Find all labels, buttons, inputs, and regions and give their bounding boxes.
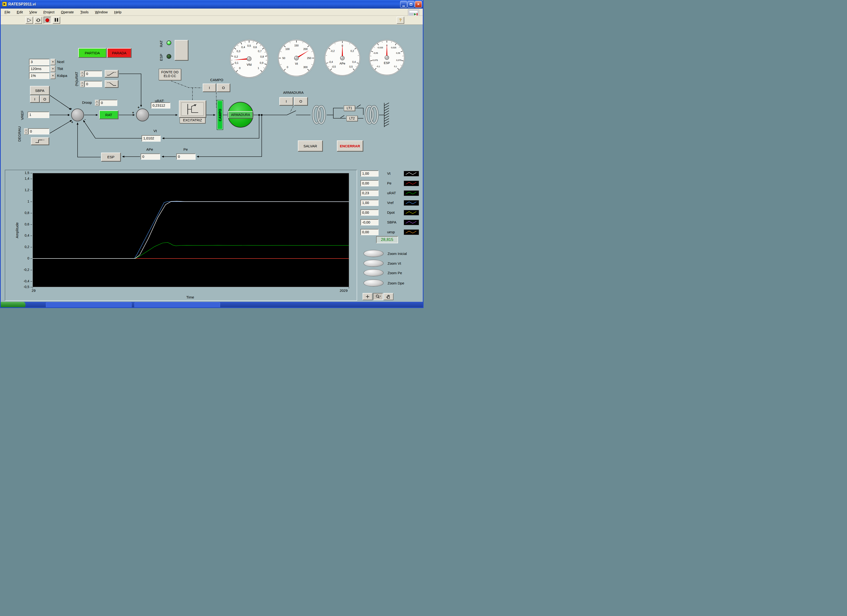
droop-field[interactable]: 0 <box>99 100 117 106</box>
spinner-down-icon[interactable]: ▼ <box>80 74 84 77</box>
ramp-up-button[interactable] <box>105 70 118 77</box>
plot-value-display[interactable]: 1,00 <box>360 200 379 206</box>
spinner-up-icon[interactable]: ▲ <box>80 71 84 74</box>
menu-item-file[interactable]: File <box>4 10 10 14</box>
campo-i-button[interactable]: I <box>203 84 216 92</box>
minimize-button[interactable] <box>400 1 407 7</box>
pause-button[interactable] <box>53 17 60 24</box>
esp-block-button[interactable]: ESP <box>101 152 121 161</box>
excitatriz-block[interactable] <box>179 100 206 118</box>
spinner-up-icon[interactable]: ▲ <box>80 81 84 84</box>
salvar-button[interactable]: SALVAR <box>298 140 323 151</box>
taskbar-start-fragment[interactable] <box>1 302 25 308</box>
hand-icon <box>386 294 391 299</box>
legend-line-sample[interactable] <box>404 171 419 176</box>
sbpa-button[interactable]: SBPA <box>30 86 50 95</box>
menu-item-tools[interactable]: Tools <box>80 10 89 14</box>
ksbpa-dropdown[interactable]: ▼ <box>50 72 55 79</box>
legend-line-sample[interactable] <box>404 191 419 196</box>
y-tick-label: 0 <box>27 256 29 260</box>
partida-button[interactable]: PARTIDA <box>78 48 106 58</box>
spinner-down-icon[interactable]: ▼ <box>24 131 28 134</box>
menu-item-help[interactable]: Help <box>114 10 122 14</box>
cursor-tool-button[interactable] <box>363 293 373 300</box>
y-tick-mark <box>31 281 32 282</box>
transformer-icon-right <box>363 104 380 125</box>
help-button[interactable]: ? <box>397 17 404 24</box>
degrau-label: DEGRAU <box>18 125 21 143</box>
degrau-field[interactable]: 0 <box>28 128 49 134</box>
droop-spinner[interactable]: ▲ ▼ <box>95 100 99 106</box>
urat-field[interactable]: 0,23112 <box>151 102 170 109</box>
run-button[interactable] <box>25 17 33 24</box>
urat-pct-spinner-2[interactable]: ▲ ▼ <box>80 81 84 87</box>
run-continuous-button[interactable] <box>34 17 42 24</box>
campo-o-button[interactable]: O <box>217 84 230 92</box>
legend-line-sample[interactable] <box>404 200 419 206</box>
plot-value-display[interactable]: 1,00 <box>360 170 379 177</box>
plot-area[interactable] <box>32 173 349 287</box>
menu-item-view[interactable]: View <box>29 10 37 14</box>
degrau-spinner[interactable]: ▲ ▼ <box>24 128 28 134</box>
campo-field-bar[interactable]: CAMPO <box>217 100 223 130</box>
armadura-o-button[interactable]: O <box>294 97 308 105</box>
spinner-down-icon[interactable]: ▼ <box>80 84 84 87</box>
tbit-label: Tbit <box>57 66 63 71</box>
legend-line-sample[interactable] <box>404 220 419 225</box>
ncel-field[interactable]: 3 <box>29 59 50 65</box>
zoom-vt-button[interactable] <box>363 260 384 267</box>
taskbar-item[interactable] <box>134 302 220 308</box>
sbpa-i-button[interactable]: I <box>30 96 40 103</box>
legend-line-sample[interactable] <box>404 229 419 235</box>
degrau-step-button[interactable] <box>31 137 49 145</box>
menu-item-operate[interactable]: Operate <box>61 10 74 14</box>
close-button[interactable]: × <box>415 1 422 7</box>
sbpa-o-button[interactable]: O <box>40 96 50 103</box>
plot-value-display[interactable]: 0,00 <box>360 229 379 235</box>
legend-row: 1,00Vt <box>360 170 422 177</box>
tbit-dropdown[interactable]: ▼ <box>50 66 55 72</box>
ramp-down-button[interactable] <box>105 80 118 87</box>
ksbpa-field[interactable]: 1% <box>29 72 50 79</box>
zoom-inicial-button[interactable] <box>363 250 384 257</box>
urat-pct-field-1[interactable]: 0 <box>84 71 102 77</box>
y-tick-label: 0,2 <box>25 245 29 249</box>
tbit-field[interactable]: 120ms <box>29 66 50 72</box>
plot-value-display[interactable]: -0,00 <box>360 219 379 225</box>
vref-field[interactable]: 1 <box>28 112 49 118</box>
plot-value-display[interactable]: 0,00 <box>360 210 379 216</box>
armadura-button[interactable]: ARMADURA <box>228 111 253 118</box>
run-arrow-icon <box>27 18 32 22</box>
menu-item-window[interactable]: Window <box>95 10 108 14</box>
title-bar[interactable]: RATESP2011.vi × <box>1 0 423 9</box>
spinner-up-icon[interactable]: ▲ <box>95 100 99 103</box>
rat-esp-switch[interactable] <box>175 40 188 61</box>
ape-field[interactable]: 0 <box>141 154 160 160</box>
legend-line-sample[interactable] <box>404 181 419 186</box>
ncel-dropdown[interactable]: ▼ <box>50 59 55 65</box>
plot-value-display[interactable]: 0,23 <box>360 190 379 196</box>
time-readout: 28,815 <box>376 236 398 243</box>
plot-value-display[interactable]: 0,00 <box>360 180 379 186</box>
zoom-pe-button[interactable] <box>363 269 384 276</box>
parada-button[interactable]: PARADA <box>107 48 131 58</box>
zoom-dpe-button[interactable] <box>363 279 384 287</box>
pan-tool-button[interactable] <box>384 293 394 300</box>
menu-item-project[interactable]: Project <box>43 10 55 14</box>
spinner-down-icon[interactable]: ▼ <box>95 103 99 106</box>
maximize-button[interactable] <box>407 1 415 7</box>
urat-pct-spinner-1[interactable]: ▲ ▼ <box>80 71 84 77</box>
urat-pct-field-2[interactable]: 0 <box>84 81 102 87</box>
vt-field[interactable]: 1,0102 <box>142 135 161 142</box>
abort-button[interactable] <box>44 17 51 24</box>
zoom-tool-button[interactable] <box>373 293 383 300</box>
lt2-label: LT2 <box>347 116 358 121</box>
taskbar-item[interactable] <box>46 302 131 308</box>
encerrar-button[interactable]: ENCERRAR <box>337 140 363 151</box>
pe-field[interactable]: 0 <box>176 154 196 160</box>
armadura-i-button[interactable]: I <box>279 97 293 105</box>
menu-item-edit[interactable]: Edit <box>17 10 23 14</box>
legend-line-sample[interactable] <box>404 210 419 216</box>
rat-block-button[interactable]: RAT <box>99 111 118 119</box>
spinner-up-icon[interactable]: ▲ <box>24 128 28 131</box>
